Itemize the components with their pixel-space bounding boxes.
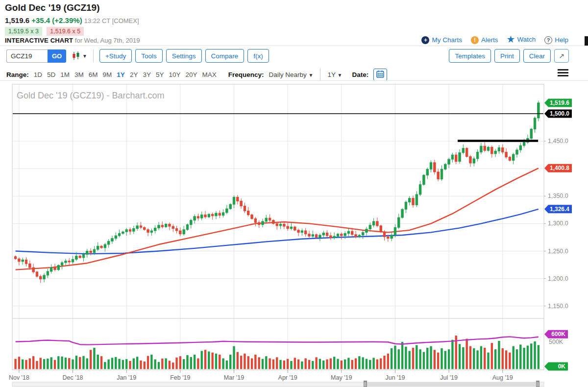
svg-text:Jul '19: Jul '19: [440, 374, 458, 381]
scrollbar-handle[interactable]: [536, 381, 539, 387]
open-interest-line: [16, 337, 539, 344]
open-interest-line-layer: [16, 337, 539, 344]
svg-text:1,500.0: 1,500.0: [550, 110, 569, 117]
svg-text:Feb '19: Feb '19: [170, 374, 190, 381]
annotation-price-tag: 1,500.0: [544, 110, 572, 118]
ma-fast-line: [16, 168, 539, 269]
svg-text:Jun '19: Jun '19: [385, 374, 405, 381]
svg-text:1,519.6: 1,519.6: [550, 99, 569, 106]
svg-text:Apr '19: Apr '19: [278, 374, 297, 381]
svg-text:Aug '19: Aug '19: [492, 374, 513, 381]
svg-text:1,326.4: 1,326.4: [550, 206, 569, 213]
svg-text:1,150.0: 1,150.0: [548, 303, 568, 310]
annotations-layer: [13, 114, 543, 141]
ma-slow-tag: 1,326.4: [544, 205, 572, 213]
svg-text:1,300.0: 1,300.0: [548, 220, 568, 227]
scrollbar-handle[interactable]: [364, 381, 367, 387]
chart-watermark-title: Gold Dec '19 (GCZ19) - Barchart.com: [17, 91, 165, 100]
svg-text:1,200.0: 1,200.0: [548, 275, 568, 282]
watermark: Gold Dec '19 (GCZ19) - Barchart.com: [17, 91, 165, 100]
svg-text:500K: 500K: [549, 339, 564, 345]
ma-fast-tag: 1,400.8: [544, 164, 572, 172]
svg-text:1,450.0: 1,450.0: [548, 138, 568, 145]
interactive-chart-page: { "header": { "title": "Gold Dec '19 (GC…: [0, 0, 588, 387]
svg-text:1,350.0: 1,350.0: [548, 193, 568, 199]
svg-text:Jan '19: Jan '19: [117, 374, 136, 381]
ma-fast-line-layer: [16, 168, 539, 269]
last-price-tag: 1,519.6: [544, 99, 572, 107]
ma-slow-line: [16, 209, 539, 254]
ma-slow-line-layer: [16, 209, 539, 254]
open-interest-tag: 600K: [544, 330, 568, 339]
svg-text:0K: 0K: [558, 363, 566, 370]
svg-text:1,250.0: 1,250.0: [548, 248, 568, 255]
svg-text:Nov '18: Nov '18: [9, 374, 29, 381]
volume-tag: 0K: [544, 363, 568, 371]
svg-text:600K: 600K: [551, 331, 565, 338]
svg-text:1,400.8: 1,400.8: [550, 165, 569, 171]
svg-text:May '19: May '19: [331, 374, 352, 381]
price-chart[interactable]: Gold Dec '19 (GCZ19) - Barchart.com1,450…: [0, 0, 588, 387]
svg-text:Dec '18: Dec '18: [63, 374, 83, 381]
candles-layer: [14, 101, 539, 283]
scrollbar-range: [365, 382, 539, 387]
chart-scrollbar[interactable]: [12, 381, 544, 387]
svg-text:Mar '19: Mar '19: [224, 374, 244, 381]
